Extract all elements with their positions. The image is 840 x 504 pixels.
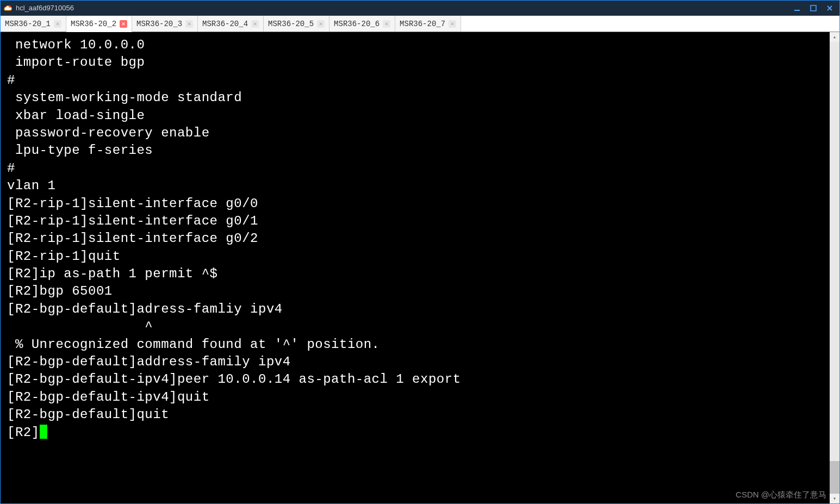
terminal-line: xbar load-single: [7, 108, 145, 123]
cursor-icon: [40, 425, 47, 439]
terminal-line: network 10.0.0.0: [7, 38, 145, 52]
app-window: hcl_aaf6d9710056 MSR36-20_1 ✕ MSR36-20_2…: [0, 0, 840, 504]
close-icon[interactable]: ✕: [449, 20, 456, 28]
maximize-button[interactable]: [806, 2, 821, 14]
terminal-line: [R2-bgp-default]adress-famliy ipv4: [7, 302, 283, 316]
terminal-line: ^: [7, 319, 153, 334]
tab-bar: MSR36-20_1 ✕ MSR36-20_2 ✕ MSR36-20_3 ✕ M…: [1, 16, 839, 32]
tab-label: MSR36-20_4: [202, 20, 248, 28]
terminal-line: import-route bgp: [7, 55, 145, 70]
terminal-line: [R2-bgp-default-ipv4]quit: [7, 390, 210, 405]
close-icon[interactable]: ✕: [251, 20, 259, 28]
tab-label: MSR36-20_7: [400, 20, 445, 28]
scroll-track[interactable]: [830, 42, 839, 494]
terminal-line: #: [7, 161, 15, 176]
tab-msr36-20-3[interactable]: MSR36-20_3 ✕: [132, 16, 198, 32]
scroll-down-button[interactable]: ▾: [830, 494, 839, 503]
tab-msr36-20-7[interactable]: MSR36-20_7 ✕: [395, 16, 461, 32]
tab-label: MSR36-20_2: [71, 20, 116, 28]
terminal-line: [R2-bgp-default]quit: [7, 407, 169, 422]
minimize-button[interactable]: [789, 2, 805, 14]
close-icon[interactable]: ✕: [317, 20, 325, 28]
terminal-output: network 10.0.0.0 import-route bgp # syst…: [1, 32, 839, 446]
terminal-line: [R2-rip-1]quit: [7, 249, 121, 264]
titlebar: hcl_aaf6d9710056: [1, 1, 839, 16]
terminal-line: lpu-type f-series: [7, 143, 153, 158]
svg-rect-1: [794, 10, 800, 11]
app-icon: [3, 3, 13, 13]
terminal-line: [R2]ip as-path 1 permit ^$: [7, 266, 217, 281]
svg-point-0: [9, 5, 11, 8]
close-button[interactable]: [822, 2, 837, 14]
tab-msr36-20-5[interactable]: MSR36-20_5 ✕: [264, 16, 329, 32]
tab-label: MSR36-20_6: [334, 20, 379, 28]
terminal-line: [R2]bgp 65001: [7, 284, 113, 298]
terminal-line: [R2-rip-1]silent-interface g0/0: [7, 196, 258, 211]
terminal-line: [R2-bgp-default]address-family ipv4: [7, 354, 291, 369]
terminal-line: password-recovery enable: [7, 126, 210, 140]
tab-label: MSR36-20_5: [268, 20, 314, 28]
terminal-line: [R2-rip-1]silent-interface g0/2: [7, 231, 258, 246]
scroll-up-button[interactable]: ▴: [830, 32, 839, 42]
tab-msr36-20-6[interactable]: MSR36-20_6 ✕: [329, 16, 395, 32]
terminal-line: % Unrecognized command found at '^' posi…: [7, 337, 380, 352]
close-icon[interactable]: ✕: [120, 20, 127, 28]
window-title: hcl_aaf6d9710056: [16, 4, 789, 12]
tab-msr36-20-1[interactable]: MSR36-20_1 ✕: [1, 16, 66, 32]
terminal-line: [R2-bgp-default-ipv4]peer 10.0.0.14 as-p…: [7, 372, 461, 387]
terminal-line: [R2-rip-1]silent-interface g0/1: [7, 214, 258, 228]
terminal-prompt: [R2]: [7, 425, 40, 440]
close-icon[interactable]: ✕: [383, 20, 390, 28]
close-icon[interactable]: ✕: [185, 20, 193, 28]
terminal-area[interactable]: network 10.0.0.0 import-route bgp # syst…: [1, 32, 839, 503]
svg-rect-2: [811, 5, 816, 11]
terminal-line: vlan 1: [7, 178, 55, 193]
tab-msr36-20-4[interactable]: MSR36-20_4 ✕: [198, 16, 264, 32]
scroll-thumb[interactable]: [830, 461, 839, 494]
tab-label: MSR36-20_3: [136, 20, 182, 28]
close-icon[interactable]: ✕: [54, 20, 61, 28]
terminal-line: #: [7, 73, 15, 88]
terminal-line: system-working-mode standard: [7, 90, 242, 105]
tab-msr36-20-2[interactable]: MSR36-20_2 ✕: [66, 16, 132, 32]
window-controls: [789, 2, 837, 14]
watermark: CSDN @心猿牵住了意马: [736, 490, 826, 500]
scrollbar[interactable]: ▴ ▾: [830, 32, 839, 503]
tab-label: MSR36-20_1: [5, 20, 51, 28]
